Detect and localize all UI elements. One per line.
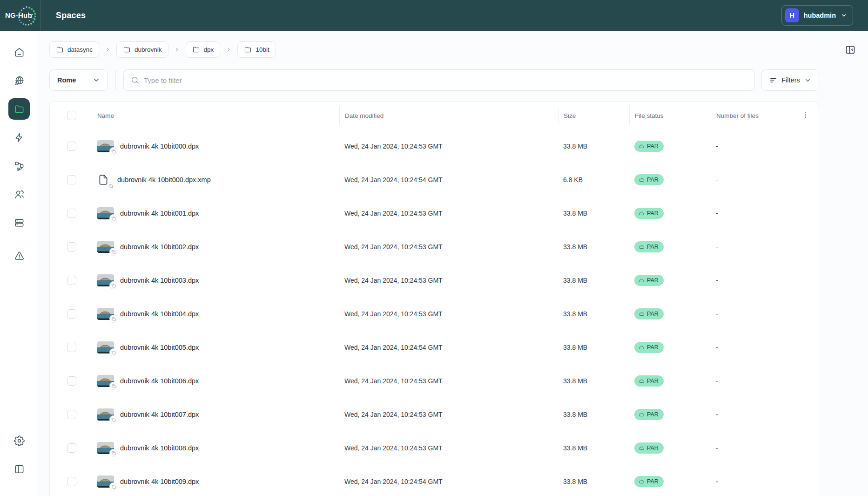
sidebar-item-spaces[interactable]: [8, 98, 30, 120]
file-thumbnail: [97, 476, 114, 488]
sidebar-item-workflows[interactable]: [8, 155, 30, 177]
file-name-cell: dubrovnik 4k 10bit008.dpx: [97, 442, 339, 454]
table-row[interactable]: dubrovnik 4k 10bit000.dpx.xmp Wed, 24 Ja…: [50, 163, 819, 197]
table-row[interactable]: dubrovnik 4k 10bit008.dpx Wed, 24 Jan 20…: [50, 431, 819, 465]
file-size: 33.8 MB: [558, 344, 629, 351]
cloud-icon: [639, 143, 645, 149]
file-name: dubrovnik 4k 10bit007.dpx: [120, 411, 199, 418]
chevron-right-icon: [105, 47, 111, 53]
table-row[interactable]: dubrovnik 4k 10bit002.dpx Wed, 24 Jan 20…: [50, 230, 819, 264]
column-header-file-status[interactable]: File status: [629, 106, 711, 125]
file-name-cell: dubrovnik 4k 10bit000.dpx: [97, 140, 339, 152]
file-status-cell: PAR: [629, 275, 711, 286]
filters-button[interactable]: Filters: [761, 69, 819, 91]
file-status-cell: PAR: [629, 342, 711, 353]
copies-overlay-icon: [109, 415, 117, 423]
row-checkbox[interactable]: [67, 242, 76, 251]
folder-icon: [56, 46, 64, 54]
file-status-cell: PAR: [629, 442, 711, 454]
workflow-icon: [14, 161, 25, 171]
column-header-date-modified[interactable]: Date modified: [339, 106, 558, 125]
row-checkbox[interactable]: [67, 376, 76, 386]
breadcrumb-item-10bit[interactable]: 10bit: [237, 41, 276, 58]
status-badge: PAR: [634, 141, 664, 152]
logo-text: NG-Hub™: [5, 11, 35, 20]
sidebar-item-alerts[interactable]: [8, 245, 30, 266]
table-row[interactable]: dubrovnik 4k 10bit004.dpx Wed, 24 Jan 20…: [50, 297, 819, 331]
status-badge: PAR: [634, 275, 664, 286]
sidebar-item-panels[interactable]: [8, 458, 30, 480]
breadcrumb-item-datasync[interactable]: datasync: [49, 41, 99, 58]
table-row[interactable]: dubrovnik 4k 10bit009.dpx Wed, 24 Jan 20…: [50, 465, 819, 496]
row-checkbox[interactable]: [67, 477, 76, 486]
table-row[interactable]: dubrovnik 4k 10bit006.dpx Wed, 24 Jan 20…: [50, 364, 819, 398]
column-header-size[interactable]: Size: [558, 106, 629, 125]
app-logo: NG-Hub™: [0, 0, 40, 31]
file-thumbnail: [97, 341, 114, 353]
chevron-down-icon: [93, 76, 100, 84]
sidebar-item-home[interactable]: [8, 41, 30, 63]
file-name: dubrovnik 4k 10bit009.dpx: [120, 478, 199, 485]
file-name-cell: dubrovnik 4k 10bit001.dpx: [97, 207, 339, 219]
storage-icon: [14, 217, 25, 228]
cloud-icon: [639, 378, 645, 384]
file-name: dubrovnik 4k 10bit005.dpx: [120, 344, 199, 351]
sidebar-item-settings[interactable]: [8, 430, 30, 451]
column-header-name[interactable]: Name: [97, 106, 339, 125]
collapse-panel-icon: [845, 44, 856, 55]
users-icon: [14, 189, 25, 200]
folder-icon: [123, 46, 131, 54]
row-checkbox[interactable]: [67, 343, 76, 352]
file-size: 33.8 MB: [558, 210, 629, 217]
column-header-number-of-files[interactable]: Number of files: [711, 106, 793, 125]
search-input[interactable]: [144, 76, 747, 84]
cloud-icon: [639, 311, 645, 317]
row-checkbox[interactable]: [67, 209, 76, 218]
select-all-checkbox[interactable]: [67, 111, 76, 120]
main-content: datasync dubrovnik dpx 10bit Rome: [38, 31, 868, 496]
table-row[interactable]: dubrovnik 4k 10bit007.dpx Wed, 24 Jan 20…: [50, 398, 819, 431]
file-date-modified: Wed, 24 Jan 2024, 10:24:53 GMT: [339, 143, 558, 150]
lightning-icon: [14, 132, 25, 143]
row-checkbox[interactable]: [67, 276, 76, 285]
row-checkbox[interactable]: [67, 175, 76, 184]
row-checkbox[interactable]: [67, 443, 76, 453]
sidebar-item-activity[interactable]: [8, 127, 30, 148]
file-thumbnail: [97, 308, 114, 320]
table-row[interactable]: dubrovnik 4k 10bit003.dpx Wed, 24 Jan 20…: [50, 264, 819, 297]
status-badge: PAR: [634, 241, 664, 252]
sidebar-item-users[interactable]: [8, 183, 30, 205]
file-status-cell: PAR: [629, 241, 711, 252]
copies-overlay-icon: [109, 147, 117, 155]
file-name: dubrovnik 4k 10bit000.dpx.xmp: [117, 176, 211, 183]
file-count: -: [711, 143, 793, 150]
file-name-cell: dubrovnik 4k 10bit007.dpx: [97, 408, 339, 421]
table-row[interactable]: dubrovnik 4k 10bit005.dpx Wed, 24 Jan 20…: [50, 331, 819, 364]
row-checkbox[interactable]: [67, 410, 76, 419]
status-badge: PAR: [634, 442, 664, 454]
file-status-cell: PAR: [629, 174, 711, 185]
file-size: 33.8 MB: [558, 310, 629, 318]
breadcrumb-item-dpx[interactable]: dpx: [186, 41, 221, 58]
row-checkbox[interactable]: [67, 142, 76, 151]
file-name: dubrovnik 4k 10bit008.dpx: [120, 444, 199, 452]
column-options-menu[interactable]: [802, 111, 809, 120]
sidebar-item-discover[interactable]: [8, 70, 30, 91]
chevron-right-icon: [226, 47, 232, 53]
collapse-panel-button[interactable]: [845, 44, 856, 57]
file-status-cell: PAR: [629, 308, 711, 319]
file-table: Name Date modified Size File status Numb…: [49, 101, 819, 496]
breadcrumb-item-dubrovnik[interactable]: dubrovnik: [116, 41, 168, 58]
table-row[interactable]: dubrovnik 4k 10bit001.dpx Wed, 24 Jan 20…: [50, 197, 819, 230]
file-name-cell: dubrovnik 4k 10bit005.dpx: [97, 341, 339, 353]
cloud-icon: [639, 412, 645, 418]
table-row[interactable]: dubrovnik 4k 10bit000.dpx Wed, 24 Jan 20…: [50, 129, 819, 163]
cloud-icon: [639, 177, 645, 183]
user-menu[interactable]: H hubadmin: [781, 5, 853, 26]
copies-overlay-icon: [109, 248, 117, 256]
copies-overlay-icon: [109, 382, 117, 390]
space-selector[interactable]: Rome: [49, 69, 108, 91]
sidebar-item-storage[interactable]: [8, 212, 30, 233]
row-checkbox[interactable]: [67, 309, 76, 319]
search-box: [123, 69, 755, 91]
